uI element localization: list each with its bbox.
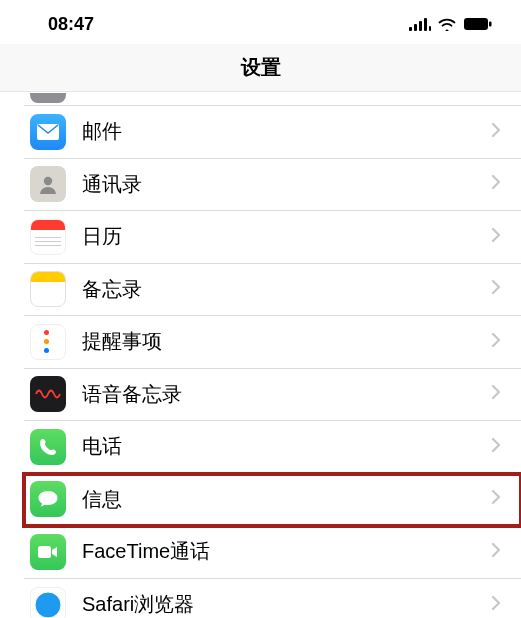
wifi-icon (437, 17, 457, 31)
row-messages-label: 信息 (82, 486, 491, 513)
settings-screen: 08:47 (0, 0, 521, 618)
chevron-right-icon (491, 332, 501, 352)
status-time: 08:47 (48, 14, 94, 35)
svg-rect-4 (429, 26, 431, 31)
svg-rect-9 (38, 546, 51, 558)
notes-icon (30, 271, 66, 307)
row-mail[interactable]: 邮件 (24, 106, 521, 159)
chevron-right-icon (491, 437, 501, 457)
messages-icon (30, 481, 66, 517)
mail-icon (30, 114, 66, 150)
svg-point-8 (44, 177, 52, 185)
row-facetime-label: FaceTime通话 (82, 538, 491, 565)
row-voice-memos[interactable]: 语音备忘录 (24, 369, 521, 422)
svg-rect-6 (489, 22, 492, 27)
svg-rect-2 (419, 21, 422, 31)
voice-memos-icon (30, 376, 66, 412)
chevron-right-icon (491, 542, 501, 562)
svg-rect-5 (464, 18, 488, 30)
chevron-right-icon (491, 595, 501, 615)
status-indicators (409, 17, 493, 31)
facetime-icon (30, 534, 66, 570)
row-phone-label: 电话 (82, 433, 491, 460)
row-mail-label: 邮件 (82, 118, 491, 145)
row-calendar[interactable]: 日历 (24, 211, 521, 264)
row-reminders-label: 提醒事项 (82, 328, 491, 355)
chevron-right-icon (491, 489, 501, 509)
navigation-bar: 设置 (0, 44, 521, 92)
row-contacts-label: 通讯录 (82, 171, 491, 198)
row-notes[interactable]: 备忘录 (24, 264, 521, 317)
row-calendar-label: 日历 (82, 223, 491, 250)
svg-rect-3 (424, 18, 427, 31)
chevron-right-icon (491, 384, 501, 404)
battery-icon (463, 17, 493, 31)
contacts-icon (30, 166, 66, 202)
status-bar: 08:47 (0, 0, 521, 44)
row-voice-memos-label: 语音备忘录 (82, 381, 491, 408)
calendar-icon (30, 219, 66, 255)
settings-list: 邮件 通讯录 日历 备忘录 (24, 106, 521, 618)
svg-rect-1 (414, 24, 417, 31)
row-facetime[interactable]: FaceTime通话 (24, 526, 521, 579)
row-contacts[interactable]: 通讯录 (24, 159, 521, 212)
cellular-icon (409, 17, 431, 31)
phone-icon (30, 429, 66, 465)
row-safari[interactable]: Safari浏览器 (24, 579, 521, 619)
row-phone[interactable]: 电话 (24, 421, 521, 474)
chevron-right-icon (491, 122, 501, 142)
chevron-right-icon (491, 174, 501, 194)
chevron-right-icon (491, 227, 501, 247)
row-safari-label: Safari浏览器 (82, 591, 491, 618)
safari-icon (30, 587, 66, 618)
page-title: 设置 (241, 54, 281, 81)
chevron-right-icon (491, 279, 501, 299)
row-notes-label: 备忘录 (82, 276, 491, 303)
svg-rect-0 (409, 27, 412, 31)
row-messages[interactable]: 信息 (24, 474, 521, 527)
partial-row (24, 92, 521, 106)
row-reminders[interactable]: 提醒事项 (24, 316, 521, 369)
reminders-icon (30, 324, 66, 360)
partial-row-icon (30, 93, 66, 103)
